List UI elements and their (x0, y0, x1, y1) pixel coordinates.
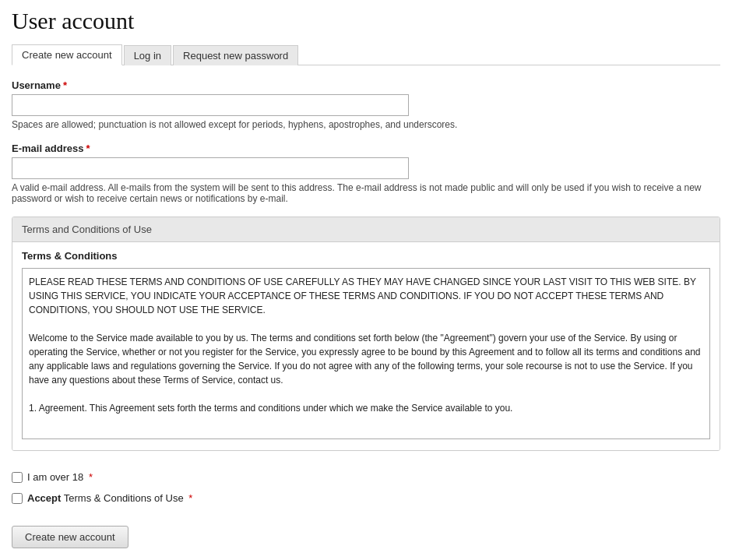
accept-checkbox[interactable] (12, 493, 23, 504)
over18-checkbox-group: I am over 18 * (12, 471, 720, 483)
username-required-star: * (63, 79, 67, 91)
tab-login[interactable]: Log in (124, 45, 171, 65)
terms-content-textarea[interactable] (22, 268, 710, 439)
username-input[interactable] (12, 94, 409, 116)
tab-create-account[interactable]: Create new account (12, 44, 122, 65)
email-input[interactable] (12, 157, 409, 179)
email-label: E-mail address* (12, 143, 720, 154)
over18-checkbox[interactable] (12, 472, 23, 483)
accept-label: Accept Terms & Conditions of Use * (27, 492, 192, 504)
username-hint: Spaces are allowed; punctuation is not a… (12, 119, 720, 130)
tab-bar: Create new account Log in Request new pa… (12, 44, 720, 65)
terms-title: Terms & Conditions (22, 250, 710, 262)
checkboxes-section: I am over 18 * Accept Terms & Conditions… (12, 463, 720, 526)
terms-box: Terms and Conditions of Use Terms & Cond… (12, 217, 720, 451)
over18-required-star: * (86, 471, 93, 483)
email-hint: A valid e-mail address. All e-mails from… (12, 182, 720, 204)
tab-request-password[interactable]: Request new password (173, 45, 298, 65)
page-title: User account (12, 8, 720, 34)
terms-inner: Terms & Conditions (12, 242, 720, 450)
terms-box-header: Terms and Conditions of Use (12, 217, 720, 242)
username-field-group: Username* Spaces are allowed; punctuatio… (12, 79, 720, 130)
email-field-group: E-mail address* A valid e-mail address. … (12, 143, 720, 204)
username-label: Username* (12, 79, 720, 91)
create-account-button[interactable]: Create new account (12, 526, 128, 548)
email-required-star: * (86, 143, 90, 154)
accept-required-star: * (186, 492, 193, 504)
over18-label: I am over 18 * (27, 471, 93, 483)
accept-checkbox-group: Accept Terms & Conditions of Use * (12, 492, 720, 504)
